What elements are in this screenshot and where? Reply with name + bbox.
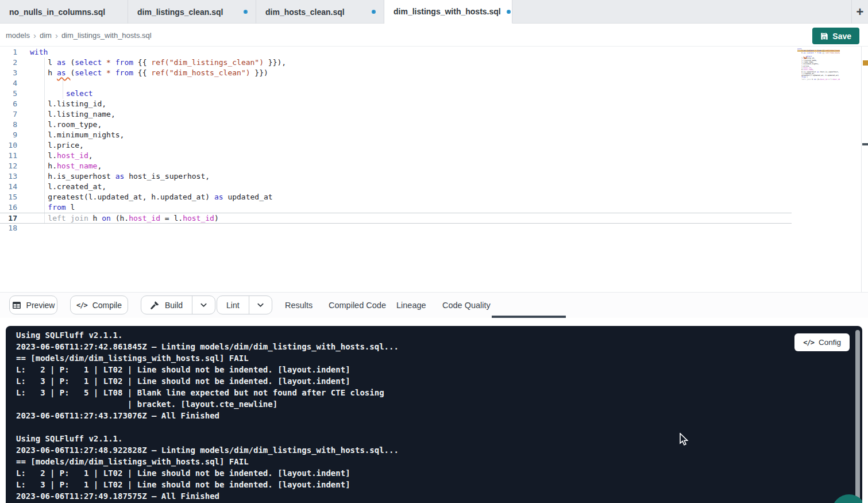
line-number: 18 — [0, 223, 17, 233]
line-number: 17 — [0, 213, 17, 223]
chevron-right-icon: › — [33, 30, 36, 40]
code-line[interactable]: 7 l.listing_name, — [0, 109, 792, 120]
lint-button[interactable]: Lint — [217, 296, 249, 314]
file-tab-bar: no_nulls_in_columns.sql dim_listings_cle… — [0, 0, 868, 24]
tab-label: dim_listings_clean.sql — [137, 7, 223, 17]
lint-dropdown-button[interactable] — [249, 296, 272, 314]
terminal-line: 2023-06-06T11:27:49.187575Z – All Finish… — [16, 490, 399, 502]
line-number: 15 — [0, 192, 17, 202]
chevron-down-icon — [257, 301, 264, 309]
code-line[interactable]: 13 h.is_superhost as host_is_superhost, — [0, 171, 792, 182]
line-number: 10 — [0, 140, 17, 151]
tab-dim-hosts-clean[interactable]: dim_hosts_clean.sql — [256, 0, 384, 24]
code-line[interactable]: 4 — [0, 78, 792, 89]
code-line[interactable]: 16 from l — [0, 202, 792, 213]
line-number: 13 — [0, 171, 17, 182]
code-line[interactable]: 11 l.host_id, — [0, 151, 792, 161]
preview-button[interactable]: Preview — [9, 295, 57, 314]
tab-dim-listings-clean[interactable]: dim_listings_clean.sql — [128, 0, 256, 24]
tab-results[interactable]: Results — [285, 301, 313, 310]
chevron-down-icon — [200, 301, 207, 309]
lint-output-terminal[interactable]: Using SQLFluff v2.1.1.2023-06-06T11:27:4… — [6, 326, 862, 503]
hammer-icon — [151, 301, 160, 310]
code-line[interactable]: 15 greatest(l.updated_at, h.updated_at) … — [0, 192, 792, 202]
action-bar: Preview </> Compile Build — [0, 292, 868, 318]
line-number: 6 — [0, 99, 17, 109]
tab-dim-listings-with-hosts[interactable]: dim_listings_with_hosts.sql — [384, 0, 512, 24]
config-button[interactable]: </> Config — [794, 333, 850, 351]
tab-no-nulls-in-columns[interactable]: no_nulls_in_columns.sql — [0, 0, 128, 24]
line-number: 12 — [0, 161, 17, 171]
overview-ruler-divider — [861, 47, 862, 292]
code-line[interactable]: 18 — [0, 223, 792, 233]
terminal-line: Using SQLFluff v2.1.1. — [16, 329, 399, 341]
code-line[interactable]: 3 h as (select * from {{ ref("dim_hosts_… — [0, 68, 792, 78]
code-brackets-icon: </> — [803, 339, 814, 347]
code-line[interactable]: 1with — [0, 47, 792, 57]
cursor-position-marker[interactable] — [862, 143, 868, 145]
terminal-line: 2023-06-06T11:27:43.173076Z – All Finish… — [16, 410, 399, 421]
terminal-line: == [models/dim/dim_listings_with_hosts.s… — [16, 352, 399, 364]
lint-warning-marker[interactable] — [863, 60, 868, 66]
build-dropdown-button[interactable] — [192, 296, 215, 314]
code-editor[interactable]: 1with2 l as (select * from {{ ref("dim_l… — [0, 47, 868, 292]
minimap-line: left join h on (h.host_id = l.host_id) — [797, 79, 840, 80]
line-number: 9 — [0, 130, 17, 140]
line-number: 3 — [0, 68, 17, 78]
save-label: Save — [832, 32, 851, 41]
terminal-line: L: 2 | P: 1 | LT02 | Line should not be … — [16, 467, 399, 479]
line-number: 2 — [0, 57, 17, 68]
breadcrumb-models[interactable]: models — [6, 31, 30, 40]
code-line[interactable]: 6 l.listing_id, — [0, 99, 792, 109]
tab-label: dim_hosts_clean.sql — [265, 7, 345, 17]
terminal-output: Using SQLFluff v2.1.1.2023-06-06T11:27:4… — [16, 329, 399, 502]
unsaved-changes-icon — [244, 10, 248, 14]
minimap-line: h as (select * from {{ ref("dim_hosts_cl… — [797, 52, 840, 54]
line-number: 16 — [0, 202, 17, 213]
code-lines: 1with2 l as (select * from {{ ref("dim_l… — [0, 47, 792, 233]
line-number: 5 — [0, 89, 17, 99]
minimap[interactable]: with l as (select * from {{ ref("dim_lis… — [797, 48, 840, 85]
terminal-line: | bracket. [layout.cte_newline] — [16, 398, 399, 410]
lint-split-button: Lint — [217, 295, 272, 314]
build-split-button: Build — [141, 295, 215, 314]
preview-label: Preview — [26, 301, 55, 310]
line-number: 4 — [0, 78, 17, 89]
chevron-right-icon: › — [55, 30, 58, 40]
terminal-scrollbar[interactable] — [855, 330, 860, 503]
code-line[interactable]: 2 l as (select * from {{ ref("dim_listin… — [0, 57, 792, 68]
tab-lineage[interactable]: Lineage — [396, 301, 426, 310]
new-tab-button[interactable]: + — [851, 0, 868, 24]
terminal-line: Using SQLFluff v2.1.1. — [16, 433, 399, 444]
tab-code-quality[interactable]: Code Quality — [442, 301, 491, 310]
terminal-line: L: 3 | P: 1 | LT02 | Line should not be … — [16, 375, 399, 387]
line-number: 8 — [0, 120, 17, 130]
active-tab-indicator — [492, 316, 566, 318]
minimap-line — [797, 80, 840, 82]
tab-compiled-code[interactable]: Compiled Code — [329, 301, 386, 310]
code-line[interactable]: 9 l.minimum_nights, — [0, 130, 792, 140]
build-button[interactable]: Build — [141, 296, 192, 314]
compile-label: Compile — [92, 301, 122, 310]
code-brackets-icon: </> — [76, 301, 87, 309]
code-line[interactable]: 8 l.room_type, — [0, 120, 792, 130]
config-label: Config — [819, 338, 841, 347]
unsaved-changes-icon — [372, 10, 376, 14]
terminal-line: L: 3 | P: 5 | LT08 | Blank line expected… — [16, 387, 399, 398]
terminal-line: == [models/dim/dim_listings_with_hosts.s… — [16, 456, 399, 467]
save-button[interactable]: Save — [812, 28, 859, 44]
table-grid-icon — [12, 301, 21, 310]
lint-label: Lint — [226, 301, 240, 310]
compile-button[interactable]: </> Compile — [70, 295, 128, 314]
breadcrumb-file: dim_listings_with_hosts.sql — [61, 31, 152, 40]
plus-icon: + — [857, 5, 864, 20]
code-line[interactable]: 14 l.created_at, — [0, 182, 792, 192]
code-line[interactable]: 10 l.price, — [0, 140, 792, 151]
terminal-line: 2023-06-06T11:27:42.861845Z – Linting mo… — [16, 341, 399, 352]
tab-label: no_nulls_in_columns.sql — [9, 7, 105, 17]
line-number: 11 — [0, 151, 17, 161]
code-line[interactable]: 12 h.host_name, — [0, 161, 792, 171]
code-line[interactable]: 17 left join h on (h.host_id = l.host_id… — [0, 213, 792, 224]
code-line[interactable]: 5 select — [0, 89, 792, 99]
breadcrumb-dim[interactable]: dim — [40, 31, 52, 40]
